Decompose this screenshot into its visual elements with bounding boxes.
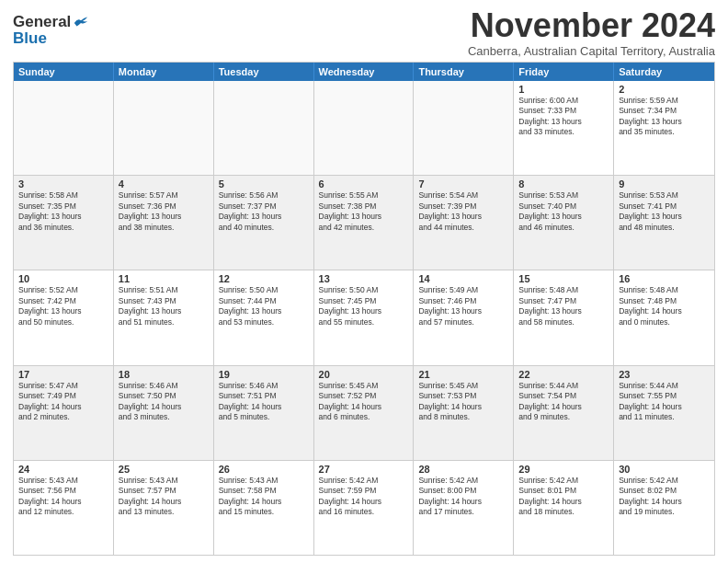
cell-info: Sunrise: 5:44 AM Sunset: 7:54 PM Dayligh… <box>518 381 609 423</box>
day-number: 8 <box>518 178 609 190</box>
cell-info: Sunrise: 5:47 AM Sunset: 7:49 PM Dayligh… <box>18 381 108 423</box>
calendar-cell-empty-r0c4 <box>414 81 514 175</box>
day-number: 4 <box>119 178 209 190</box>
calendar-cell-11: 11Sunrise: 5:51 AM Sunset: 7:43 PM Dayli… <box>114 270 214 364</box>
header-day-monday: Monday <box>114 63 214 81</box>
day-number: 24 <box>18 464 108 475</box>
cell-info: Sunrise: 5:50 AM Sunset: 7:45 PM Dayligh… <box>319 285 409 327</box>
header-day-saturday: Saturday <box>614 63 714 81</box>
cell-info: Sunrise: 5:49 AM Sunset: 7:46 PM Dayligh… <box>418 285 508 327</box>
header: General Blue November 2024 Canberra, Aus… <box>13 9 715 58</box>
calendar-cell-26: 26Sunrise: 5:43 AM Sunset: 7:58 PM Dayli… <box>214 461 314 555</box>
cell-info: Sunrise: 5:59 AM Sunset: 7:34 PM Dayligh… <box>619 96 710 138</box>
cell-info: Sunrise: 5:48 AM Sunset: 7:47 PM Dayligh… <box>518 285 609 327</box>
calendar-cell-3: 3Sunrise: 5:58 AM Sunset: 7:35 PM Daylig… <box>14 176 114 270</box>
cell-info: Sunrise: 5:43 AM Sunset: 7:57 PM Dayligh… <box>119 476 209 518</box>
calendar-cell-18: 18Sunrise: 5:46 AM Sunset: 7:50 PM Dayli… <box>114 366 214 460</box>
calendar-cell-13: 13Sunrise: 5:50 AM Sunset: 7:45 PM Dayli… <box>314 270 415 364</box>
day-number: 30 <box>619 464 710 475</box>
month-title: November 2024 <box>468 9 715 42</box>
logo-general: General <box>13 13 71 31</box>
calendar-cell-5: 5Sunrise: 5:56 AM Sunset: 7:37 PM Daylig… <box>214 176 314 270</box>
calendar-cell-17: 17Sunrise: 5:47 AM Sunset: 7:49 PM Dayli… <box>14 366 114 460</box>
cell-info: Sunrise: 5:50 AM Sunset: 7:44 PM Dayligh… <box>219 285 309 327</box>
calendar-cell-empty-r0c0 <box>14 81 114 175</box>
calendar-row-1: 1Sunrise: 6:00 AM Sunset: 7:33 PM Daylig… <box>14 81 714 176</box>
day-number: 23 <box>619 369 710 380</box>
calendar-cell-empty-r0c2 <box>214 81 314 175</box>
day-number: 1 <box>518 84 609 95</box>
calendar-cell-8: 8Sunrise: 5:53 AM Sunset: 7:40 PM Daylig… <box>514 176 614 270</box>
day-number: 19 <box>219 369 309 380</box>
cell-info: Sunrise: 5:42 AM Sunset: 8:01 PM Dayligh… <box>518 476 609 518</box>
day-number: 21 <box>418 369 508 380</box>
page: General Blue November 2024 Canberra, Aus… <box>0 0 728 563</box>
calendar-cell-30: 30Sunrise: 5:42 AM Sunset: 8:02 PM Dayli… <box>614 461 714 555</box>
calendar-cell-10: 10Sunrise: 5:52 AM Sunset: 7:42 PM Dayli… <box>14 270 114 364</box>
calendar-cell-2: 2Sunrise: 5:59 AM Sunset: 7:34 PM Daylig… <box>614 81 714 175</box>
cell-info: Sunrise: 5:55 AM Sunset: 7:38 PM Dayligh… <box>319 190 409 233</box>
cell-info: Sunrise: 5:58 AM Sunset: 7:35 PM Dayligh… <box>18 190 108 233</box>
day-number: 20 <box>319 369 409 380</box>
header-day-sunday: Sunday <box>14 63 114 81</box>
day-number: 15 <box>518 273 609 284</box>
cell-info: Sunrise: 5:43 AM Sunset: 7:58 PM Dayligh… <box>219 476 309 518</box>
day-number: 17 <box>18 369 108 380</box>
day-number: 27 <box>319 464 409 475</box>
cell-info: Sunrise: 5:53 AM Sunset: 7:41 PM Dayligh… <box>619 190 710 233</box>
calendar-cell-15: 15Sunrise: 5:48 AM Sunset: 7:47 PM Dayli… <box>514 270 614 364</box>
day-number: 18 <box>119 369 209 380</box>
calendar-cell-1: 1Sunrise: 6:00 AM Sunset: 7:33 PM Daylig… <box>514 81 614 175</box>
calendar-cell-12: 12Sunrise: 5:50 AM Sunset: 7:44 PM Dayli… <box>214 270 314 364</box>
calendar-cell-24: 24Sunrise: 5:43 AM Sunset: 7:56 PM Dayli… <box>14 461 114 555</box>
header-day-wednesday: Wednesday <box>314 63 415 81</box>
day-number: 26 <box>219 464 309 475</box>
logo: General Blue <box>13 13 89 48</box>
calendar-cell-27: 27Sunrise: 5:42 AM Sunset: 7:59 PM Dayli… <box>314 461 415 555</box>
day-number: 6 <box>319 178 409 190</box>
calendar-cell-6: 6Sunrise: 5:55 AM Sunset: 7:38 PM Daylig… <box>314 176 415 270</box>
calendar-cell-16: 16Sunrise: 5:48 AM Sunset: 7:48 PM Dayli… <box>614 270 714 364</box>
day-number: 16 <box>619 273 710 284</box>
day-number: 25 <box>119 464 209 475</box>
cell-info: Sunrise: 5:43 AM Sunset: 7:56 PM Dayligh… <box>18 476 108 518</box>
day-number: 2 <box>619 84 710 95</box>
calendar-cell-9: 9Sunrise: 5:53 AM Sunset: 7:41 PM Daylig… <box>614 176 714 270</box>
day-number: 12 <box>219 273 309 284</box>
logo-blue: Blue <box>13 29 47 48</box>
day-number: 14 <box>418 273 508 284</box>
day-number: 22 <box>518 369 609 380</box>
header-day-friday: Friday <box>514 63 614 81</box>
cell-info: Sunrise: 5:48 AM Sunset: 7:48 PM Dayligh… <box>619 285 710 327</box>
day-number: 3 <box>18 178 108 190</box>
day-number: 13 <box>319 273 409 284</box>
calendar-header: SundayMondayTuesdayWednesdayThursdayFrid… <box>14 63 714 81</box>
cell-info: Sunrise: 5:56 AM Sunset: 7:37 PM Dayligh… <box>219 190 309 233</box>
subtitle: Canberra, Australian Capital Territory, … <box>468 44 715 58</box>
calendar-row-2: 3Sunrise: 5:58 AM Sunset: 7:35 PM Daylig… <box>14 176 714 270</box>
calendar-row-3: 10Sunrise: 5:52 AM Sunset: 7:42 PM Dayli… <box>14 270 714 365</box>
day-number: 9 <box>619 178 710 190</box>
calendar-cell-14: 14Sunrise: 5:49 AM Sunset: 7:46 PM Dayli… <box>414 270 514 364</box>
calendar-cell-7: 7Sunrise: 5:54 AM Sunset: 7:39 PM Daylig… <box>414 176 514 270</box>
calendar-cell-22: 22Sunrise: 5:44 AM Sunset: 7:54 PM Dayli… <box>514 366 614 460</box>
cell-info: Sunrise: 5:46 AM Sunset: 7:51 PM Dayligh… <box>219 381 309 423</box>
cell-info: Sunrise: 5:42 AM Sunset: 8:02 PM Dayligh… <box>619 476 710 518</box>
day-number: 5 <box>219 178 309 190</box>
calendar-cell-23: 23Sunrise: 5:44 AM Sunset: 7:55 PM Dayli… <box>614 366 714 460</box>
header-day-tuesday: Tuesday <box>214 63 314 81</box>
day-number: 7 <box>418 178 508 190</box>
cell-info: Sunrise: 5:42 AM Sunset: 7:59 PM Dayligh… <box>319 476 409 518</box>
header-day-thursday: Thursday <box>414 63 514 81</box>
calendar-cell-28: 28Sunrise: 5:42 AM Sunset: 8:00 PM Dayli… <box>414 461 514 555</box>
cell-info: Sunrise: 5:42 AM Sunset: 8:00 PM Dayligh… <box>418 476 508 518</box>
calendar-cell-21: 21Sunrise: 5:45 AM Sunset: 7:53 PM Dayli… <box>414 366 514 460</box>
cell-info: Sunrise: 5:54 AM Sunset: 7:39 PM Dayligh… <box>418 190 508 233</box>
logo-bird-icon <box>73 16 89 29</box>
cell-info: Sunrise: 5:45 AM Sunset: 7:53 PM Dayligh… <box>418 381 508 423</box>
calendar-row-5: 24Sunrise: 5:43 AM Sunset: 7:56 PM Dayli… <box>14 461 714 555</box>
cell-info: Sunrise: 5:44 AM Sunset: 7:55 PM Dayligh… <box>619 381 710 423</box>
calendar-cell-19: 19Sunrise: 5:46 AM Sunset: 7:51 PM Dayli… <box>214 366 314 460</box>
calendar-cell-empty-r0c1 <box>114 81 214 175</box>
calendar-cell-empty-r0c3 <box>314 81 415 175</box>
